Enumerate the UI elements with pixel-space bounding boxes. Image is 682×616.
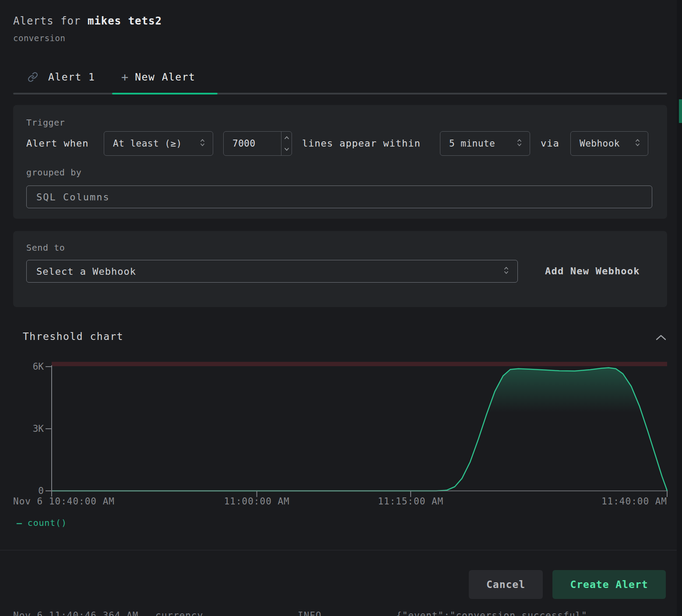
trigger-via-text: via — [541, 131, 559, 156]
legend-series-label: count() — [28, 518, 67, 528]
page-title-prefix: Alerts for — [13, 15, 81, 27]
trigger-section-label: Trigger — [26, 117, 65, 128]
log-level: INFO — [298, 610, 322, 616]
chart-legend: — count() — [17, 518, 67, 528]
send-to-panel: Send to Select a Webhook Add New Webhook — [13, 231, 667, 307]
svg-text:11:00:00 AM: 11:00:00 AM — [224, 496, 290, 507]
page-subtitle: conversion — [13, 33, 65, 43]
tab-new-alert[interactable]: + New Alert — [121, 70, 195, 84]
comparator-select[interactable]: At least (≥) — [104, 131, 213, 156]
window-select[interactable]: 5 minute — [440, 131, 530, 156]
log-message: {"event":"conversion successful" — [396, 610, 587, 616]
tabs-underline — [13, 93, 667, 94]
collapse-section-button[interactable] — [654, 332, 668, 344]
send-to-label: Send to — [26, 242, 65, 253]
grouped-by-label: grouped by — [26, 167, 81, 178]
comparator-select-value: At least (≥) — [113, 138, 182, 149]
threshold-chart-title: Threshold chart — [23, 331, 123, 342]
tab-alert-1[interactable]: Alert 1 — [28, 70, 95, 84]
chevron-updown-icon — [516, 138, 523, 150]
webhook-select-placeholder: Select a Webhook — [36, 266, 136, 277]
plus-icon: + — [121, 71, 128, 83]
active-tab-indicator — [112, 93, 218, 94]
chevron-updown-icon — [634, 138, 641, 150]
log-service: currency — [155, 610, 203, 616]
chevron-updown-icon — [199, 138, 206, 150]
add-new-webhook-button[interactable]: Add New Webhook — [545, 260, 640, 283]
trigger-panel: Trigger Alert when At least (≥) 7000 lin… — [13, 105, 667, 219]
chevron-up-icon — [655, 334, 667, 341]
tab-alert-1-label: Alert 1 — [48, 71, 95, 83]
stepper-up-button[interactable] — [281, 132, 292, 144]
svg-text:11:15:00 AM: 11:15:00 AM — [378, 496, 443, 507]
svg-text:11:40:00 AM: 11:40:00 AM — [601, 496, 667, 507]
page-edge-strip — [677, 0, 682, 616]
page-title-dataset-name: mikes tets2 — [88, 15, 162, 27]
threshold-chart-svg: 03K6KNov 6 10:40:00 AM11:00:00 AM11:15:0… — [0, 358, 682, 509]
stepper-down-button[interactable] — [281, 144, 292, 155]
legend-line-swatch: — — [17, 518, 22, 528]
link-icon — [28, 72, 38, 82]
threshold-chart: 03K6KNov 6 10:40:00 AM11:00:00 AM11:15:0… — [0, 358, 682, 509]
channel-select[interactable]: Webhook — [570, 131, 648, 156]
webhook-select[interactable]: Select a Webhook — [26, 260, 518, 283]
channel-select-value: Webhook — [580, 138, 620, 149]
svg-text:Nov 6 10:40:00 AM: Nov 6 10:40:00 AM — [13, 496, 115, 507]
trigger-prefix-text: Alert when — [26, 131, 88, 156]
tab-new-alert-label: New Alert — [135, 71, 195, 83]
page-edge-green-sliver — [679, 99, 682, 123]
page-title: Alerts for mikes tets2 — [13, 15, 162, 27]
log-timestamp: Nov 6 11:40:46.364 AM — [13, 610, 139, 616]
threshold-number-value: 7000 — [224, 132, 281, 155]
svg-text:3K: 3K — [33, 424, 44, 434]
threshold-number-input[interactable]: 7000 — [223, 131, 292, 156]
threshold-stepper — [281, 132, 292, 155]
chevron-updown-icon — [503, 266, 510, 277]
svg-text:6K: 6K — [33, 361, 44, 372]
create-alert-button[interactable]: Create Alert — [552, 570, 666, 599]
grouped-by-input[interactable] — [26, 186, 652, 208]
cancel-button[interactable]: Cancel — [469, 570, 543, 599]
window-select-value: 5 minute — [449, 138, 495, 149]
footer-divider — [0, 550, 682, 550]
trigger-middle-text: lines appear within — [302, 131, 421, 156]
svg-text:0: 0 — [38, 486, 44, 496]
background-log-row: Nov 6 11:40:46.364 AM currency INFO {"ev… — [0, 609, 682, 616]
